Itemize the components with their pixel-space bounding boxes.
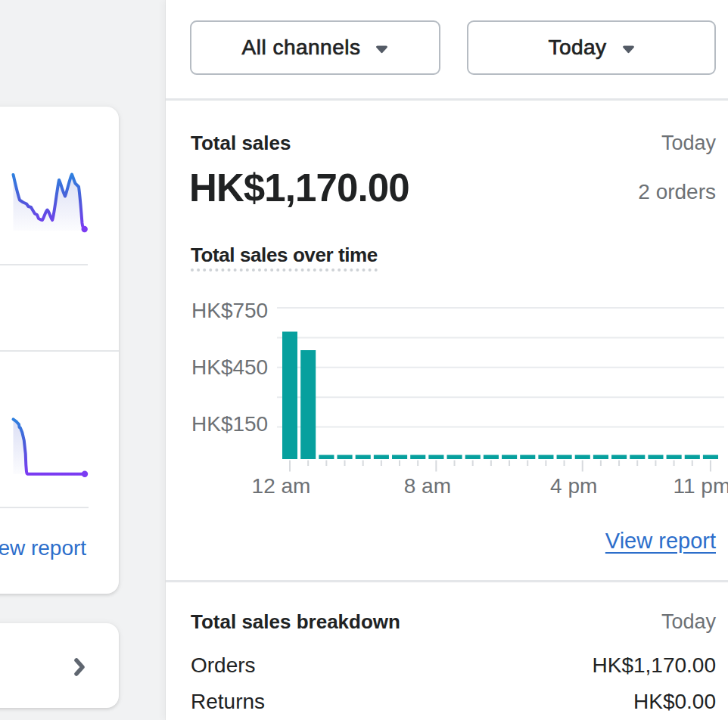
- svg-text:11 pm: 11 pm: [674, 474, 728, 498]
- svg-text:4 pm: 4 pm: [550, 474, 597, 498]
- svg-text:8 am: 8 am: [404, 474, 451, 498]
- svg-text:HK$150: HK$150: [191, 412, 268, 436]
- svg-text:12 am: 12 am: [252, 474, 311, 498]
- svg-text:HK$450: HK$450: [191, 355, 268, 379]
- svg-text:HK$750: HK$750: [191, 299, 268, 322]
